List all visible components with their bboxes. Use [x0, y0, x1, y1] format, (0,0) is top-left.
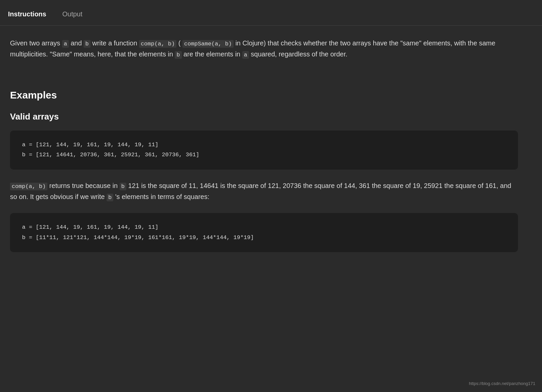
explanation-var-b2: b [107, 194, 113, 201]
tab-output[interactable]: Output [61, 5, 84, 25]
intro-var-a: a [62, 40, 69, 48]
intro-func1: comp(a, b) [139, 40, 176, 48]
intro-text-before-a: Given two arrays [10, 39, 60, 47]
intro-paren-open: ( [178, 39, 181, 47]
examples-heading: Examples [10, 87, 518, 103]
tab-instructions[interactable]: Instructions [7, 5, 47, 25]
intro-paragraph: Given two arrays a and b write a functio… [10, 38, 518, 60]
spacer-1 [10, 73, 518, 84]
intro-write-func: write a function [92, 39, 137, 47]
intro-var-b2: b [175, 51, 181, 59]
footer-url: https://blog.csdn.net/panzhong171 [469, 380, 535, 387]
intro-after-b: are the elements in [183, 50, 240, 58]
intro-and-word: and [71, 39, 82, 47]
intro-var-b: b [84, 40, 90, 48]
main-content: Given two arrays a and b write a functio… [0, 26, 528, 283]
intro-func2: compSame(a, b) [182, 40, 234, 48]
explanation-text3-content: 's elements in terms of squares: [115, 193, 210, 200]
code-block-1: a = [121, 144, 19, 161, 19, 144, 19, 11]… [10, 131, 518, 170]
code-block-2-line2: b = [11*11, 121*121, 144*144, 19*19, 161… [22, 233, 506, 243]
intro-end: squared, regardless of the order. [251, 50, 348, 58]
code-block-1-line2: b = [121, 14641, 20736, 361, 25921, 361,… [22, 150, 506, 160]
explanation-text1-content: returns true because in [49, 182, 118, 189]
explanation-func: comp(a, b) [10, 183, 47, 190]
valid-arrays-heading: Valid arrays [10, 110, 518, 124]
code-block-1-line1: a = [121, 144, 19, 161, 19, 144, 19, 11] [22, 140, 506, 150]
code-block-2-line1: a = [121, 144, 19, 161, 19, 144, 19, 11] [22, 222, 506, 233]
explanation-paragraph: comp(a, b) returns true because in b 121… [10, 180, 518, 202]
intro-var-a2: a [242, 51, 249, 59]
tab-bar: Instructions Output [0, 0, 542, 26]
code-block-2: a = [121, 144, 19, 161, 19, 144, 19, 11]… [10, 213, 518, 252]
explanation-var-b: b [120, 183, 126, 190]
